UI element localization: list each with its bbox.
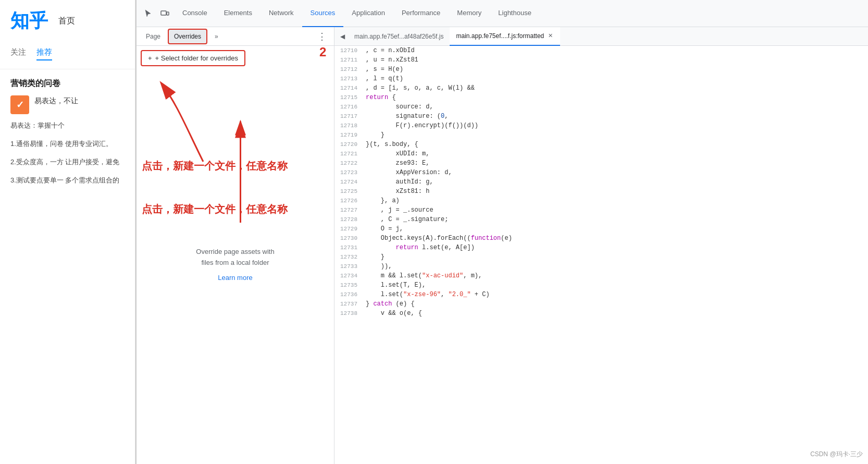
zhihu-tabs: 关注 推荐 xyxy=(0,39,135,69)
code-tab-formatted[interactable]: main.app.fe75ef....f.js:formatted ✕ xyxy=(450,27,560,46)
code-line-12731: 12731 return l.set(e, A[e]) xyxy=(334,243,868,252)
zhihu-article-section3: 3.测试要点要单一 多个需求点组合的 xyxy=(10,175,125,186)
tab-network[interactable]: Network xyxy=(261,0,302,27)
devtools-tabs: Console Elements Network Sources Applica… xyxy=(174,0,864,27)
sources-subtabs: Page Overrides » ⋮ xyxy=(137,27,334,46)
zhihu-article-section2: 2.受众度高，一方 让用户接受，避免 xyxy=(10,157,125,168)
tab-lighthouse[interactable]: Lighthouse xyxy=(490,0,540,27)
zhihu-logo: 知乎 xyxy=(10,8,48,34)
code-line-12725: 12725 xZst81: h xyxy=(334,187,868,196)
tab-elements[interactable]: Elements xyxy=(216,0,261,27)
code-tab-minified-label: main.app.fe75ef...af48af26e5f.js xyxy=(354,33,443,40)
code-line-12712: 12712 , s = H(e) xyxy=(334,65,868,74)
code-line-12722: 12722 zse93: E, xyxy=(334,158,868,168)
tab-memory[interactable]: Memory xyxy=(449,0,490,27)
zhihu-article-section1: 1.通俗易懂，问卷 使用专业词汇。 xyxy=(10,139,125,150)
code-line-12724: 12724 authId: g, xyxy=(334,177,868,187)
tab-console[interactable]: Console xyxy=(174,0,216,27)
code-line-12736: 12736 l.set("x-zse-96", "2.0_" + C) xyxy=(334,290,868,299)
sources-subtab-overrides[interactable]: Overrides xyxy=(168,29,207,44)
code-line-12715: 12715 return { xyxy=(334,93,868,102)
tab-application[interactable]: Application xyxy=(343,0,393,27)
zhihu-article-body1: 易表达：掌握十个 xyxy=(10,120,125,131)
zhihu-section3-text: 3.测试要点要单一 多个需求点组合的 xyxy=(10,176,119,184)
code-line-12735: 12735 l.set(T, E), xyxy=(334,280,868,290)
code-tab-minified[interactable]: main.app.fe75ef...af48af26e5f.js xyxy=(348,27,450,46)
override-hint-area: Override page assets withfiles from a lo… xyxy=(141,70,330,460)
learn-more-link[interactable]: Learn more xyxy=(218,273,252,284)
code-panel: ◀ main.app.fe75ef...af48af26e5f.js main.… xyxy=(334,27,868,464)
code-line-12730: 12730 Object.keys(A).forEach((function(e… xyxy=(334,234,868,243)
select-folder-button[interactable]: + + Select folder for overrides xyxy=(141,50,245,66)
cursor-icon-btn[interactable] xyxy=(141,6,155,21)
code-line-12717: 12717 signature: (0, xyxy=(334,112,868,121)
sources-subtab-page[interactable]: Page xyxy=(141,30,166,43)
zhihu-panel: 知乎 首页 关注 推荐 营销类的问卷 易表达，不让 易表达：掌握十个 1.通俗易… xyxy=(0,0,135,464)
code-line-12710: 12710 , c = n.xObId xyxy=(334,46,868,55)
zhihu-card-text: 易表达，不让 xyxy=(34,95,78,106)
plus-icon: + xyxy=(148,54,152,62)
code-tab-back[interactable]: ◀ xyxy=(337,31,348,42)
code-line-12732: 12732 } xyxy=(334,252,868,262)
svg-rect-0 xyxy=(161,11,166,15)
code-tab-formatted-label: main.app.fe75ef....f.js:formatted xyxy=(456,32,544,40)
code-line-12716: 12716 source: d, xyxy=(334,102,868,112)
zhihu-section2-text: 2.受众度高，一方 让用户接受，避免 xyxy=(10,158,119,166)
code-line-12720: 12720 }(t, s.body, { xyxy=(334,140,868,149)
sources-left-panel: Page Overrides » ⋮ + + Select folder for… xyxy=(137,27,334,464)
code-line-12738: 12738 v && o(e, { xyxy=(334,309,868,318)
code-line-12728: 12728 , C = _.signature; xyxy=(334,215,868,224)
code-tab-close-icon[interactable]: ✕ xyxy=(547,32,554,40)
code-line-12726: 12726 }, a) xyxy=(334,196,868,205)
zhihu-article-title: 营销类的问卷 xyxy=(10,78,125,89)
zhihu-header: 知乎 首页 xyxy=(0,0,135,34)
code-line-12719: 12719 } xyxy=(334,130,868,140)
zhihu-content: 营销类的问卷 易表达，不让 易表达：掌握十个 1.通俗易懂，问卷 使用专业词汇。… xyxy=(0,69,135,202)
code-line-12733: 12733 )), xyxy=(334,262,868,271)
sources-subtab-menu[interactable]: ⋮ xyxy=(314,29,330,44)
zhihu-tab-follow[interactable]: 关注 xyxy=(10,47,26,60)
code-line-12727: 12727 , j = _.source xyxy=(334,205,868,215)
zhihu-card-icon xyxy=(10,95,29,114)
sources-subtab-more[interactable]: » xyxy=(209,30,224,43)
tab-sources[interactable]: Sources xyxy=(302,0,344,27)
zhihu-section1-text: 1.通俗易懂，问卷 使用专业词汇。 xyxy=(10,140,113,148)
devtools-toolbar: Console Elements Network Sources Applica… xyxy=(137,0,868,27)
code-tabs: ◀ main.app.fe75ef...af48af26e5f.js main.… xyxy=(334,27,868,46)
select-folder-label: + Select folder for overrides xyxy=(155,54,238,62)
code-line-12711: 12711 , u = n.xZst81 xyxy=(334,55,868,65)
code-line-12723: 12723 xAppVersion: d, xyxy=(334,168,868,177)
code-line-12718: 12718 F(r).encrypt)(f())(d)) xyxy=(334,121,868,130)
device-toggle-btn[interactable] xyxy=(157,6,172,21)
zhihu-tab-recommend[interactable]: 推荐 xyxy=(36,47,52,60)
code-editor[interactable]: 12710 , c = n.xObId 12711 , u = n.xZst81… xyxy=(334,46,868,464)
code-line-12737: 12737 } catch (e) { xyxy=(334,299,868,309)
csdn-watermark: CSDN @玛卡·三少 xyxy=(810,450,863,459)
code-line-12713: 12713 , l = q(t) xyxy=(334,74,868,83)
code-line-12734: 12734 m && l.set("x-ac-udid", m), xyxy=(334,271,868,280)
override-hint-text: Override page assets withfiles from a lo… xyxy=(196,247,274,268)
devtools-panel: Console Elements Network Sources Applica… xyxy=(137,0,868,464)
tab-performance[interactable]: Performance xyxy=(393,0,449,27)
svg-rect-1 xyxy=(167,12,169,15)
zhihu-home-nav[interactable]: 首页 xyxy=(58,11,75,31)
code-line-12714: 12714 , d = [i, s, o, a, c, W(l) && xyxy=(334,83,868,93)
devtools-body: Page Overrides » ⋮ + + Select folder for… xyxy=(137,27,868,464)
zhihu-article-card: 易表达，不让 xyxy=(10,95,125,114)
sources-overrides-content: + + Select folder for overrides Override… xyxy=(137,46,334,464)
code-line-12729: 12729 O = j, xyxy=(334,224,868,234)
code-line-12721: 12721 xUDId: m, xyxy=(334,149,868,158)
